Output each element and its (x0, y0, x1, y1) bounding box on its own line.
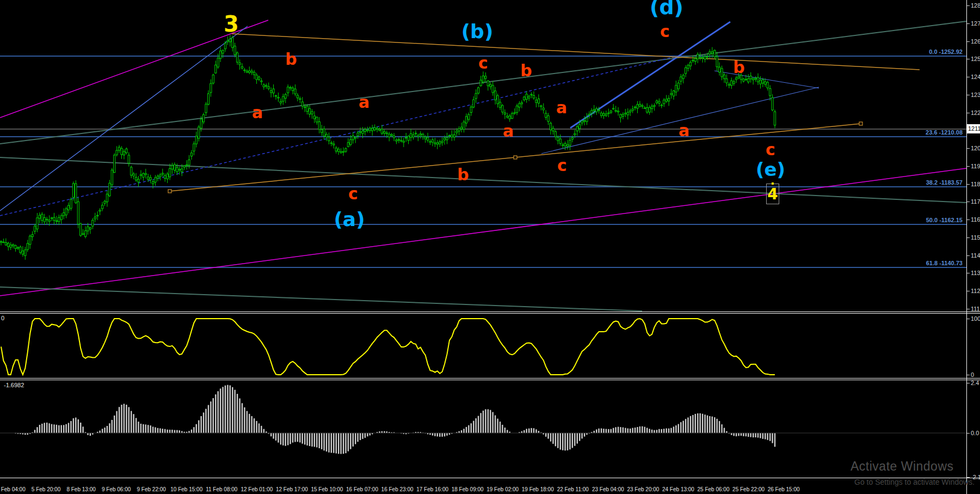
oscillator-line (1, 319, 775, 375)
wave-4-label: 4 (767, 185, 778, 203)
oscillator-value-label: 0 (1, 315, 4, 321)
histogram-series (15, 385, 775, 454)
magenta-impulse-trendline[interactable] (0, 20, 268, 118)
orange-lower-handle[interactable] (514, 156, 517, 159)
blue-steep-left-trendline[interactable] (0, 26, 248, 211)
teal-lower-trendline[interactable] (0, 287, 642, 311)
wave-4-label-box[interactable]: 4 (766, 184, 779, 204)
activate-windows-watermark-subtext: Go to Settings to activate Windows. (854, 478, 975, 486)
current-price-box: 1211.0 (967, 124, 980, 133)
trading-chart-window: 1280127012601250124012301220121012001190… (0, 0, 980, 494)
chart-canvas[interactable] (0, 0, 980, 494)
activate-windows-watermark: Activate Windows (850, 459, 954, 474)
histogram-value-label: -1.6982 (4, 382, 24, 388)
magenta-support-trendline[interactable] (0, 168, 966, 296)
orange-upper-trendline[interactable] (232, 34, 920, 70)
orange-lower-handle[interactable] (168, 190, 171, 193)
teal-mid-falling-trendline[interactable] (0, 157, 966, 203)
wave-4-box-handle[interactable] (772, 182, 774, 185)
blue-dashed-channel-trendline[interactable] (0, 56, 677, 216)
orange-lower-handle[interactable] (859, 122, 862, 125)
